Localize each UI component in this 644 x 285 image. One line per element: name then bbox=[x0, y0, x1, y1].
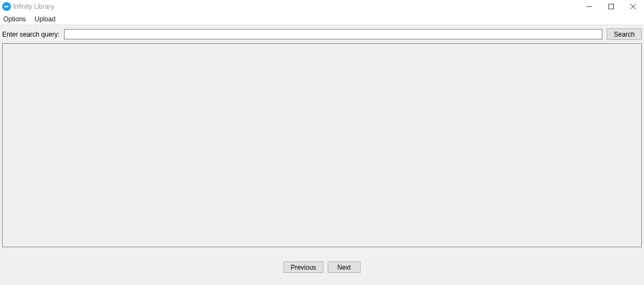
svg-rect-1 bbox=[609, 4, 614, 9]
titlebar: Infinity Library bbox=[0, 0, 644, 13]
minimize-button[interactable] bbox=[578, 0, 600, 13]
previous-button[interactable]: Previous bbox=[283, 261, 323, 273]
infinity-icon bbox=[3, 3, 10, 10]
search-label: Enter search query: bbox=[2, 31, 60, 38]
close-icon bbox=[630, 4, 636, 9]
app-icon bbox=[2, 2, 11, 11]
window-controls bbox=[578, 0, 644, 13]
next-button[interactable]: Next bbox=[328, 261, 361, 273]
menubar: Options Upload bbox=[0, 13, 644, 25]
search-button[interactable]: Search bbox=[607, 28, 642, 40]
window-title: Infinity Library bbox=[13, 3, 54, 10]
search-row: Enter search query: Search bbox=[0, 25, 644, 43]
pagination: Previous Next bbox=[0, 249, 644, 273]
close-button[interactable] bbox=[622, 0, 644, 13]
maximize-button[interactable] bbox=[600, 0, 622, 13]
search-input[interactable] bbox=[64, 29, 602, 39]
results-area bbox=[2, 43, 642, 247]
maximize-icon bbox=[608, 4, 614, 9]
menu-upload[interactable]: Upload bbox=[32, 14, 60, 24]
minimize-icon bbox=[587, 4, 592, 9]
menu-options[interactable]: Options bbox=[1, 14, 30, 24]
